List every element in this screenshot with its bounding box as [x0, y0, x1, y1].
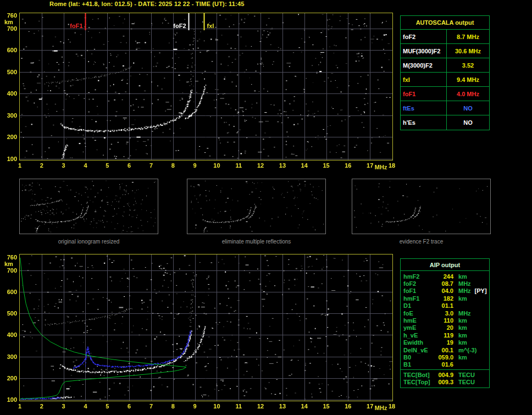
aip-row-unit: TECU	[458, 379, 475, 385]
aip-row-label: foE	[401, 310, 435, 317]
aip-row-label: hmF2	[401, 273, 435, 280]
aip-row-value: 01.6	[435, 361, 453, 368]
aip-row-unit: km	[458, 332, 467, 339]
aip-row-value: 01.1	[435, 302, 453, 309]
autoscala-row-value: NO	[447, 115, 489, 130]
aip-row-unit: km	[458, 324, 467, 331]
aip-row-unit: m^(-3)	[458, 347, 476, 353]
aip-row-label: DelN_vE	[401, 347, 435, 353]
autoscala-row-label: MUF(3000)F2	[401, 44, 447, 58]
aip-row-label: hmE	[401, 317, 435, 324]
autoscala-row-label: M(3000)F2	[401, 58, 447, 72]
aip-row-label: B1	[401, 361, 435, 368]
autoscala-row: h'EsNO	[401, 115, 489, 130]
aip-row: foF208.7MHz	[401, 280, 489, 287]
aip-row-value: 20	[435, 324, 453, 331]
autoscala-row-label: ftEs	[401, 101, 447, 115]
aip-row-label: Ewidth	[401, 339, 435, 346]
autoscala-row: M(3000)F23.52	[401, 58, 489, 73]
aip-row-label: B0	[401, 354, 435, 361]
autoscala-row-label: foF2	[401, 30, 447, 43]
aip-row-label: foF2	[401, 280, 435, 287]
autoscala-row-label: foF1	[401, 87, 447, 101]
aip-tec-container: TEC[Bot]004.9TECUTEC[Top]009.3TECU	[401, 369, 489, 388]
autoscala-row: foF14.0 MHz	[401, 87, 489, 101]
aip-row-value: 119	[435, 332, 453, 339]
autoscala-rows-container: foF28.7 MHzMUF(3000)F230.6 MHzM(3000)F23…	[401, 30, 489, 130]
thumbnail-original-ionogram	[19, 179, 158, 234]
aip-row-value: 19	[435, 339, 453, 346]
aip-row-value: 3.0	[435, 310, 453, 317]
aip-row: TEC[Top]009.3TECU	[401, 378, 489, 385]
station-date-header: Rome (lat: +41.8, lon: 012.5) - DATE: 20…	[49, 1, 245, 7]
aip-row: B0059.0km	[401, 353, 489, 361]
autoscala-row-value: 8.7 MHz	[447, 30, 489, 43]
aip-row-unit: km	[458, 339, 467, 346]
aip-row: Ewidth19km	[401, 339, 489, 346]
thumbnail-caption-f2trace: evidence F2 trace	[352, 239, 491, 245]
aip-row-value: 009.3	[435, 379, 453, 385]
aip-row-value: 110	[435, 317, 453, 324]
autoscala-output-panel: AUTOSCALA output foF28.7 MHzMUF(3000)F23…	[400, 15, 490, 130]
aip-row: hmE110km	[401, 317, 489, 324]
aip-row-value: 182	[435, 295, 453, 302]
aip-row: DelN_vE00.1m^(-3)	[401, 346, 489, 353]
thumbnail-evidence-f2-trace	[352, 179, 491, 234]
aip-row: h_vE119km	[401, 331, 489, 339]
aip-row: ymE20km	[401, 324, 489, 331]
autoscala-row: MUF(3000)F230.6 MHz	[401, 44, 489, 58]
aip-row-label: TEC[Bot]	[401, 372, 435, 378]
thumbnail-caption-multiples: eliminate multiple reflections	[187, 239, 326, 245]
aip-row-value: 00.1	[435, 347, 453, 353]
aip-row: hmF1182km	[401, 295, 489, 302]
autoscala-row: ftEsNO	[401, 101, 489, 115]
profile-ionogram-canvas	[0, 248, 398, 415]
aip-row-label: D1	[401, 302, 435, 309]
aip-row-label: hmF1	[401, 295, 435, 302]
aip-row: foF104.0MHz[PY]	[401, 287, 489, 295]
aip-row-unit: km	[458, 295, 467, 302]
aip-row-unit: MHz	[458, 310, 471, 317]
aip-row: B101.6	[401, 361, 489, 368]
aip-row-unit: km	[458, 354, 467, 361]
aip-row-value: 059.0	[435, 354, 453, 361]
aip-row-value: 244	[435, 273, 453, 280]
aip-row: foE3.0MHz	[401, 309, 489, 317]
aip-panel-title: AIP output	[401, 259, 489, 271]
aip-row-extra: [PY]	[475, 287, 487, 294]
aip-row-value: 08.7	[435, 280, 453, 287]
aip-row-unit: km	[458, 317, 467, 324]
autoscala-row-value: 3.52	[447, 58, 489, 72]
autoscala-row-value: 30.6 MHz	[447, 44, 489, 58]
aip-row-value: 04.0	[435, 287, 453, 294]
aip-row: hmF2244km	[401, 273, 489, 280]
aip-row-label: TEC[Top]	[401, 379, 435, 385]
aip-row-value: 004.9	[435, 372, 453, 378]
autoscala-row-value: 9.4 MHz	[447, 73, 489, 86]
thumbnail-caption-original: original ionogram resized	[19, 239, 158, 245]
autoscala-row: fxI9.4 MHz	[401, 73, 489, 87]
aip-row-unit: MHz	[458, 287, 471, 294]
aip-row-unit: km	[458, 273, 467, 280]
aip-row: D101.1	[401, 302, 489, 309]
autoscala-row-label: fxI	[401, 73, 447, 86]
aip-row-label: ymE	[401, 324, 435, 331]
autoscala-panel-title: AUTOSCALA output	[401, 16, 489, 30]
scaled-ionogram-canvas	[0, 8, 398, 173]
aip-row-unit: MHz	[458, 280, 471, 287]
autoscala-row-value: 4.0 MHz	[447, 87, 489, 101]
aip-row: TEC[Bot]004.9TECU	[401, 371, 489, 378]
aip-rows-container: hmF2244kmfoF208.7MHzfoF104.0MHz[PY]hmF11…	[401, 271, 489, 369]
aip-row-label: h_vE	[401, 332, 435, 339]
aip-row-label: foF1	[401, 287, 435, 294]
thumbnail-eliminate-multiples	[187, 179, 326, 234]
autoscala-row: foF28.7 MHz	[401, 30, 489, 44]
autoscala-row-value: NO	[447, 101, 489, 115]
autoscala-row-label: h'Es	[401, 115, 447, 130]
autoscala-app: Rome (lat: +41.8, lon: 012.5) - DATE: 20…	[0, 0, 532, 415]
aip-output-panel: AIP output hmF2244kmfoF208.7MHzfoF104.0M…	[400, 258, 490, 388]
aip-row-unit: TECU	[458, 372, 475, 378]
